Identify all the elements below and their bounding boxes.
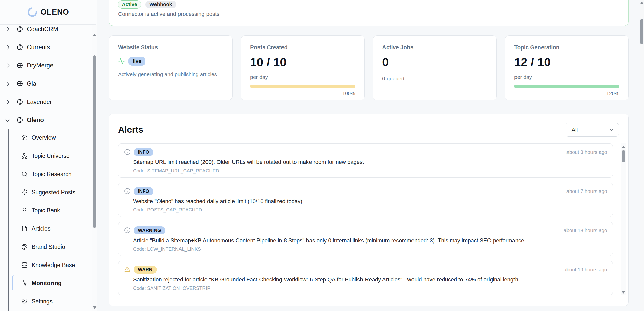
connector-description: Connector is active and processing posts: [118, 11, 219, 17]
brand-logo-icon: [25, 6, 39, 19]
scroll-up-arrow[interactable]: [93, 34, 97, 36]
subnav-icon: [21, 171, 28, 177]
brand-logo-text: OLENO: [41, 8, 69, 17]
progress-bar: [250, 85, 355, 88]
sidebar-website-item[interactable]: Currents: [0, 38, 92, 56]
sidebar-subnav-item[interactable]: Suggested Posts: [0, 183, 92, 201]
scroll-down-arrow[interactable]: [93, 306, 97, 309]
alert-level-badge: INFO: [134, 187, 153, 195]
chevron-icon: [6, 82, 10, 86]
progress-percent: 120%: [514, 91, 619, 97]
subnav-icon: [21, 189, 28, 195]
sidebar-website-item[interactable]: Lavender: [0, 93, 92, 111]
card-title: Posts Created: [250, 44, 355, 51]
active-jobs-card: Active Jobs 0 0 queued: [373, 35, 497, 100]
sidebar-subnav-label: Overview: [32, 134, 56, 141]
subnav-icon: [21, 226, 28, 232]
alerts-filter-dropdown[interactable]: All: [566, 123, 619, 137]
scroll-up-arrow[interactable]: [640, 2, 644, 4]
sidebar-subnav-label: Monitoring: [32, 280, 62, 287]
alert-code: Code: SANITIZATION_OVERSTRIP: [133, 285, 210, 291]
posts-created-card: Posts Created 10 / 10 per day 100%: [241, 35, 365, 100]
chevron-icon: [6, 27, 10, 31]
active-jobs-value: 0: [382, 55, 487, 69]
progress-bar: [514, 85, 619, 88]
scrollbar-thumb[interactable]: [93, 55, 96, 228]
website-status-card: Website Status live Actively generating …: [109, 35, 233, 100]
chevron-icon: [6, 63, 10, 67]
scrollbar-thumb[interactable]: [622, 150, 625, 162]
alerts-title: Alerts: [118, 125, 143, 135]
sidebar-subnav-item[interactable]: Topic Universe: [0, 147, 92, 165]
sidebar-subnav-label: Settings: [32, 298, 53, 305]
alert-item: WARN about 19 hours ago Sanitization rej…: [118, 261, 613, 295]
subnav-icon: [21, 244, 28, 250]
oleno-subnav-list: Overview Topic Universe Topic Research: [0, 129, 92, 310]
chevron-icon: [6, 100, 10, 104]
sidebar-website-item[interactable]: Gia: [0, 75, 92, 93]
alert-level-badge: WARNING: [134, 226, 165, 234]
alert-timestamp: about 3 hours ago: [566, 149, 607, 155]
main-content: Active Webhook Connector is active and p…: [97, 0, 644, 311]
sidebar-subnav-item[interactable]: Monitoring: [0, 274, 92, 292]
sidebar-subnav-label: Knowledge Base: [32, 262, 75, 269]
globe-icon: [17, 26, 23, 32]
sidebar-scrollbar: [92, 25, 97, 311]
sidebar-website-label: CoachCRM: [27, 26, 58, 33]
alert-level-icon: [124, 227, 131, 233]
alert-message: Website "Oleno" has reached daily articl…: [133, 198, 302, 205]
card-title: Topic Generation: [514, 44, 619, 51]
globe-icon: [17, 44, 23, 50]
sidebar-subnav-item[interactable]: Overview: [0, 129, 92, 147]
sidebar-subnav-item[interactable]: Brand Studio: [0, 238, 92, 256]
scrollbar-thumb[interactable]: [640, 19, 643, 44]
subnav-icon: [21, 280, 28, 286]
alert-timestamp: about 7 hours ago: [566, 188, 607, 194]
sidebar-website-label: Currents: [27, 44, 50, 51]
sidebar-website-item[interactable]: Oleno: [0, 111, 92, 129]
alert-level-icon: [124, 188, 131, 194]
card-unit: per day: [514, 74, 619, 80]
sidebar-subnav-label: Topic Universe: [32, 153, 70, 159]
sidebar-website-label: Gia: [27, 80, 36, 87]
sidebar-website-label: Lavender: [27, 98, 52, 105]
chevron-icon: [6, 117, 10, 122]
connector-status-card: Active Webhook Connector is active and p…: [109, 0, 629, 26]
globe-icon: [17, 117, 23, 123]
sidebar-subnav-label: Articles: [32, 225, 50, 232]
card-description: Actively generating and publishing artic…: [118, 71, 223, 77]
scroll-down-arrow[interactable]: [621, 291, 625, 294]
alerts-filter-value: All: [572, 127, 578, 133]
sidebar-website-item[interactable]: CoachCRM: [0, 20, 92, 38]
topic-generation-card: Topic Generation 12 / 10 per day 120%: [505, 35, 629, 100]
sidebar-subnav-item[interactable]: Articles: [0, 220, 92, 238]
sidebar-subnav-item[interactable]: Settings: [0, 292, 92, 310]
alert-level-icon: [124, 266, 131, 273]
globe-icon: [17, 81, 23, 87]
subnav-icon: [21, 153, 28, 159]
alert-code: Code: POSTS_CAP_REACHED: [133, 207, 202, 213]
globe-icon: [17, 62, 23, 68]
sidebar-website-label: Oleno: [27, 116, 44, 124]
globe-icon: [17, 99, 23, 105]
active-item-indicator: [12, 275, 15, 291]
sidebar-subnav-item[interactable]: Topic Bank: [0, 201, 92, 220]
alert-level-icon: [124, 149, 131, 155]
alerts-scrollbar: [621, 143, 626, 295]
window-scrollbar: [640, 0, 644, 311]
alert-level-badge: INFO: [134, 148, 153, 156]
alerts-section: Alerts All INFO about 3 hours ago Sitema…: [109, 114, 629, 306]
sidebar-subnav-item[interactable]: Topic Research: [0, 165, 92, 183]
alert-code: Code: LOW_INTERNAL_LINKS: [133, 246, 201, 252]
alert-item: INFO about 3 hours ago Sitemap URL limit…: [118, 143, 613, 178]
alert-timestamp: about 18 hours ago: [564, 228, 607, 233]
sidebar-subnav-item[interactable]: Knowledge Base: [0, 256, 92, 274]
scroll-up-arrow[interactable]: [621, 146, 625, 148]
sidebar-subnav-label: Suggested Posts: [32, 189, 75, 196]
alert-message: Sanitization rejected for article "KB-Gr…: [133, 276, 518, 283]
topic-generation-value: 12 / 10: [514, 55, 619, 69]
sidebar-website-item[interactable]: DryMerge: [0, 56, 92, 75]
alert-level-badge: WARN: [134, 266, 157, 274]
subnav-icon: [21, 298, 28, 304]
progress-percent: 100%: [250, 91, 355, 97]
